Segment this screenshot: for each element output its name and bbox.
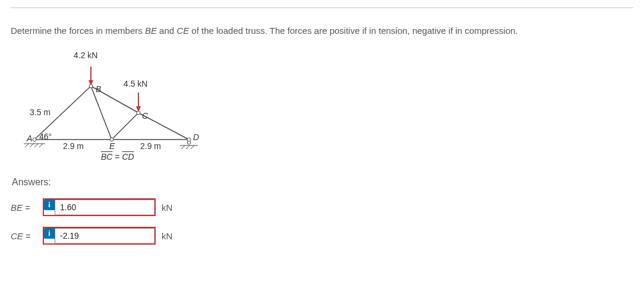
label-ce: CE =	[11, 231, 43, 241]
row-be: BE = i kN	[11, 198, 633, 216]
svg-line-4	[39, 144, 43, 147]
svg-point-21	[89, 84, 93, 88]
svg-line-11	[34, 86, 91, 140]
unit-be: kN	[162, 202, 172, 213]
svg-line-15	[112, 113, 138, 140]
svg-line-3	[34, 144, 38, 147]
svg-line-14	[91, 86, 112, 140]
svg-line-1	[25, 144, 29, 147]
label-be: BE =	[11, 202, 43, 213]
info-icon[interactable]: i	[44, 200, 55, 210]
svg-line-7	[181, 145, 185, 149]
answers-heading: Answers:	[12, 177, 633, 188]
unit-ce: kN	[162, 231, 172, 241]
input-ce[interactable]	[55, 228, 154, 243]
info-icon[interactable]: i	[44, 228, 55, 239]
input-be[interactable]	[55, 200, 154, 215]
svg-line-12	[91, 86, 138, 113]
svg-line-13	[138, 113, 189, 140]
svg-point-22	[137, 111, 140, 115]
svg-line-8	[186, 145, 190, 149]
svg-point-20	[33, 138, 36, 141]
problem-statement: Determine the forces in members BE and C…	[11, 24, 633, 37]
truss-diagram: 4.2 kN 4.5 kN 3.5 m 46° 2.9 m 2.9 m A B …	[11, 48, 213, 166]
row-ce: CE = i kN	[11, 227, 633, 245]
svg-point-23	[187, 138, 191, 141]
svg-point-24	[110, 138, 113, 141]
svg-line-2	[30, 144, 33, 147]
svg-line-9	[191, 145, 194, 149]
